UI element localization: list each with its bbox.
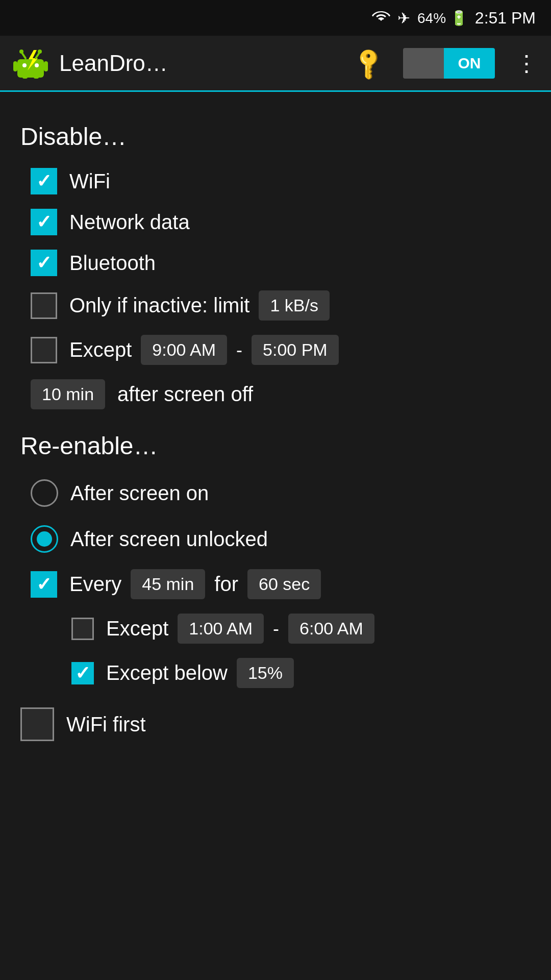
wifi-label: WiFi [69, 170, 110, 193]
after-screen-on-label: After screen on [70, 482, 209, 505]
svg-point-11 [38, 50, 42, 54]
disable-title: Disable… [20, 122, 531, 151]
network-data-checkmark: ✓ [36, 211, 52, 233]
power-toggle[interactable]: ON [403, 48, 495, 79]
except-below-value[interactable]: 15% [237, 658, 294, 688]
bluetooth-checkbox[interactable]: ✓ [31, 250, 57, 276]
bluetooth-checkmark: ✓ [36, 252, 52, 274]
except-time-row[interactable]: Except 9:00 AM - 5:00 PM [20, 328, 531, 372]
after-screen-unlocked-label: After screen unlocked [70, 528, 268, 551]
svg-rect-5 [13, 61, 17, 71]
bluetooth-label: Bluetooth [69, 252, 156, 275]
except-below-checkmark: ✓ [75, 663, 90, 684]
status-icons: ✈ 64% 🔋 2:51 PM [372, 9, 536, 28]
screen-off-label: after screen off [117, 383, 253, 406]
app-icon [12, 45, 49, 82]
wifi-first-row[interactable]: WiFi first [20, 700, 531, 748]
network-data-label: Network data [69, 211, 190, 234]
svg-point-10 [19, 50, 23, 54]
except-below-row[interactable]: ✓ Except below 15% [20, 651, 531, 695]
app-title: LeanDro… [59, 51, 344, 76]
except-nested-from[interactable]: 1:00 AM [178, 614, 264, 644]
main-content: Disable… ✓ WiFi ✓ Network data ✓ Bluetoo… [0, 92, 551, 764]
svg-point-1 [22, 63, 27, 67]
except-dash: - [236, 339, 242, 361]
after-screen-unlocked-radio[interactable] [31, 525, 58, 553]
except-nested-to[interactable]: 6:00 AM [288, 614, 374, 644]
reenable-title: Re-enable… [20, 432, 531, 460]
network-data-row[interactable]: ✓ Network data [20, 202, 531, 242]
wifi-checkbox[interactable]: ✓ [31, 168, 57, 194]
wifi-status-icon [372, 9, 390, 28]
status-time: 2:51 PM [475, 9, 536, 28]
only-inactive-row[interactable]: Only if inactive: limit 1 kB/s [20, 283, 531, 328]
except-nested-label: Except [106, 617, 168, 640]
except-time-inline: Except 9:00 AM - 5:00 PM [69, 335, 339, 365]
inactive-limit-value[interactable]: 1 kB/s [259, 290, 329, 321]
disable-section: Disable… ✓ WiFi ✓ Network data ✓ Bluetoo… [20, 122, 531, 416]
battery-status: 64% 🔋 [417, 10, 468, 27]
wifi-row[interactable]: ✓ WiFi [20, 161, 531, 202]
radio-selected-dot [37, 531, 52, 547]
airplane-status-icon: ✈ [397, 9, 410, 27]
only-inactive-inline: Only if inactive: limit 1 kB/s [69, 290, 330, 321]
except-below-inline: Except below 15% [106, 658, 294, 688]
svg-rect-3 [22, 71, 28, 79]
after-screen-on-radio[interactable] [31, 479, 58, 507]
status-bar: ✈ 64% 🔋 2:51 PM [0, 0, 551, 36]
svg-rect-4 [34, 71, 39, 79]
except-below-label: Except below [106, 662, 228, 684]
network-data-checkbox[interactable]: ✓ [31, 209, 57, 235]
after-screen-unlocked-row[interactable]: After screen unlocked [20, 516, 531, 562]
top-bar: LeanDro… 🔑 ON ⋮ [0, 36, 551, 92]
bluetooth-row[interactable]: ✓ Bluetooth [20, 242, 531, 283]
wifi-first-label: WiFi first [66, 713, 146, 736]
more-options-icon[interactable]: ⋮ [515, 50, 539, 76]
except-from-time[interactable]: 9:00 AM [141, 335, 227, 365]
reenable-section: Re-enable… After screen on After screen … [20, 432, 531, 695]
every-checkbox[interactable]: ✓ [31, 571, 57, 598]
every-inline: Every 45 min for 60 sec [69, 569, 321, 599]
only-inactive-checkbox[interactable] [31, 292, 57, 319]
except-time-nested-checkbox[interactable] [71, 618, 94, 640]
every-duration[interactable]: 60 sec [247, 569, 321, 599]
every-checkmark: ✓ [36, 574, 52, 595]
wifi-checkmark: ✓ [36, 170, 52, 192]
toggle-off-part [403, 48, 444, 79]
svg-point-2 [35, 63, 39, 67]
after-screen-on-row[interactable]: After screen on [20, 470, 531, 516]
except-nested-dash: - [273, 618, 279, 640]
toggle-on-part: ON [444, 48, 495, 79]
every-row[interactable]: ✓ Every 45 min for 60 sec [20, 562, 531, 606]
every-label: Every [69, 573, 121, 596]
svg-rect-6 [44, 61, 48, 71]
except-label: Except [69, 338, 132, 361]
screen-off-delay[interactable]: 10 min [31, 379, 105, 409]
except-time-checkbox[interactable] [31, 337, 57, 363]
only-inactive-label: Only if inactive: limit [69, 294, 249, 317]
svg-rect-0 [17, 59, 44, 78]
except-time-nested-inline: Except 1:00 AM - 6:00 AM [106, 614, 374, 644]
for-label: for [214, 573, 238, 596]
except-time-nested-row[interactable]: Except 1:00 AM - 6:00 AM [20, 606, 531, 651]
except-to-time[interactable]: 5:00 PM [252, 335, 339, 365]
key-icon: 🔑 [349, 44, 388, 83]
wifi-first-checkbox[interactable] [20, 707, 54, 741]
except-below-checkbox[interactable]: ✓ [71, 662, 94, 684]
screen-off-row: 10 min after screen off [20, 372, 531, 416]
every-interval[interactable]: 45 min [131, 569, 205, 599]
